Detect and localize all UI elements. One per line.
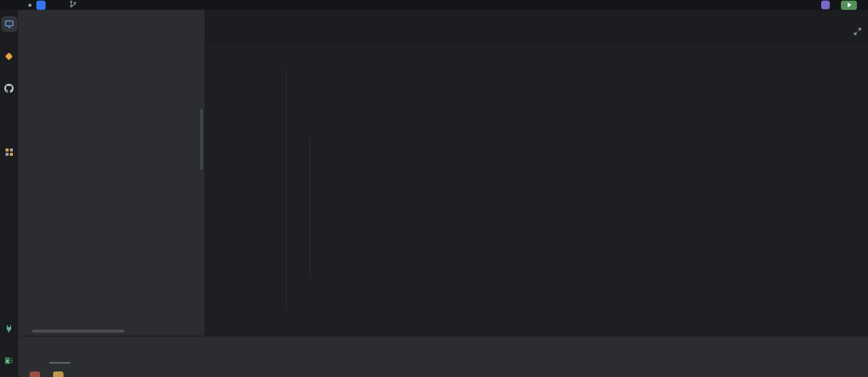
- main-toolbar: [0, 0, 868, 10]
- project-panel-header[interactable]: [18, 10, 205, 37]
- database-tool-icon[interactable]: [1, 112, 17, 128]
- svg-text:X: X: [6, 359, 9, 364]
- vcs-branch-widget[interactable]: [69, 0, 83, 10]
- branch-icon: [69, 0, 77, 10]
- console-toolbar-icon-partial[interactable]: [30, 371, 40, 377]
- editor-tab-bar: [205, 10, 868, 44]
- run-button[interactable]: [841, 1, 857, 10]
- services-icon[interactable]: [1, 144, 17, 160]
- indent-guide: [309, 139, 310, 276]
- run-tool-window: [18, 336, 868, 377]
- play-icon: [848, 2, 851, 7]
- bookmark-glyph: [5, 52, 13, 60]
- services-grid-glyph: [6, 148, 13, 156]
- indent-guide: [286, 71, 287, 310]
- bookmark-icon[interactable]: [1, 48, 17, 64]
- toolbar-right-group: [821, 1, 857, 10]
- project-tool-window: [18, 10, 205, 336]
- code-editor[interactable]: [205, 44, 868, 336]
- project-tool-window-icon[interactable]: [1, 16, 17, 32]
- vertical-scrollbar[interactable]: [200, 108, 203, 170]
- excel-viewer-icon[interactable]: X: [1, 352, 17, 368]
- run-tab[interactable]: [49, 336, 70, 363]
- notification-dot: [28, 4, 31, 7]
- editor-area: [205, 10, 868, 336]
- expand-icon[interactable]: [853, 27, 862, 38]
- github-icon[interactable]: [1, 80, 17, 96]
- more-tool-windows-icon[interactable]: [1, 176, 17, 192]
- plug-icon[interactable]: [1, 320, 17, 336]
- project-avatar[interactable]: [36, 1, 46, 10]
- console-toolbar-icon-partial[interactable]: [53, 371, 63, 377]
- run-config-icon: [821, 1, 830, 9]
- run-tab-bar: [18, 336, 868, 363]
- activity-bar: X: [0, 10, 18, 377]
- horizontal-scrollbar[interactable]: [32, 330, 125, 333]
- toolbar-left-group: [28, 0, 83, 10]
